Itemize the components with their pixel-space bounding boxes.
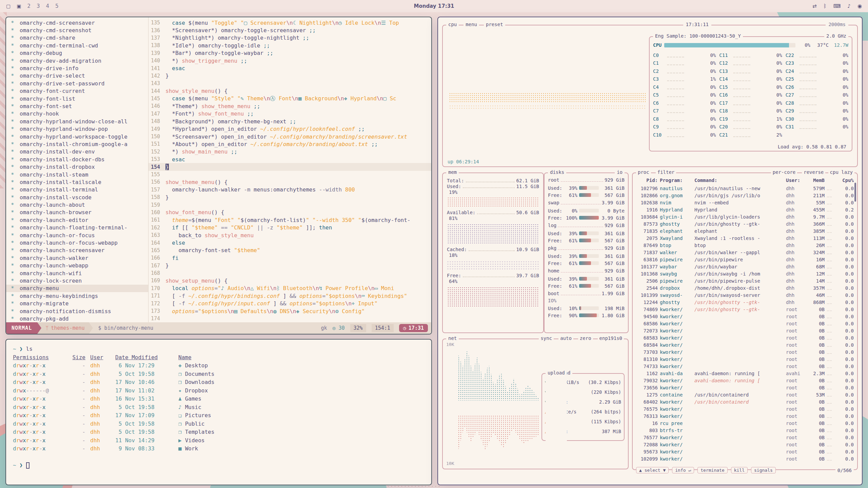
code-line[interactable]: 139 *Bar*) omarchy-toggle-waybar ;; — [149, 49, 431, 57]
code-line[interactable]: 156show_theme_menu() { — [149, 178, 431, 186]
process-row[interactable]: 101368swaybg/usr/bin/swaybg -i /homdhh12… — [636, 270, 854, 277]
process-row[interactable]: 81310kworker/root0B⣀⣀0.0 — [636, 355, 854, 363]
net-sync-button[interactable]: sync — [539, 336, 554, 341]
code-line[interactable]: 168 — [149, 269, 431, 277]
code-line[interactable]: 173 options="$options\n▤ Defaults\n◍ DNS… — [149, 307, 431, 315]
code-line[interactable]: 141 esac — [149, 64, 431, 72]
file-item[interactable]: *omarchy-font-current — [6, 87, 148, 95]
workspace-3[interactable]: 2 — [27, 3, 31, 9]
code-line[interactable]: 162 if [[ "$theme" == "CNCLD" || -z "$th… — [149, 224, 431, 231]
btop-tab-preset[interactable]: preset — [484, 22, 505, 27]
file-item[interactable]: *omarchy-install-steam — [6, 171, 148, 178]
proc-reverse-button[interactable]: reverse — [802, 169, 825, 175]
header-memb[interactable]: MemB — [807, 178, 825, 183]
file-item[interactable]: *omarchy-launch-walker — [6, 254, 148, 262]
file-item[interactable]: *omarchy-menu-keybindings — [6, 292, 148, 300]
process-row[interactable]: 72088kworker/root0B⣀⣀0.0 — [636, 441, 854, 448]
process-row[interactable]: 68583kworker/root0B⣀⣀0.0 — [636, 334, 854, 341]
process-row[interactable]: 73656kworker/root0B⣀⣀0.0 — [636, 384, 854, 391]
code-line[interactable]: 142} — [149, 72, 431, 80]
workspace-4[interactable]: 3 — [37, 3, 40, 9]
process-row[interactable]: 2544dropbox/home/dhh/.dropbox-distdhh357… — [636, 284, 854, 291]
process-row[interactable]: 1275containe/usr/bin/containerdroot53M⣀⣀… — [636, 391, 854, 398]
header-cpu[interactable]: Cpu% — [839, 178, 854, 183]
file-item[interactable]: *omarchy-install-chromium-google-a — [6, 140, 148, 148]
code-line[interactable]: 152 *) show_main_menu ;; — [149, 148, 431, 156]
file-item[interactable]: *omarchy-launch-or-focus — [6, 231, 148, 239]
proc-scrollbar-thumb[interactable] — [854, 183, 856, 202]
code-line[interactable]: 153 esac — [149, 156, 431, 163]
proc-button-terminate[interactable]: terminate — [697, 467, 727, 473]
file-item[interactable]: *omarchy-dev-add-migration — [6, 57, 148, 64]
file-item[interactable]: *omarchy-hyprland-workspace-toggle — [6, 133, 148, 140]
process-row[interactable]: 2075XwaylandXwayland :1 -rootless -dhh11… — [636, 235, 854, 242]
file-item[interactable]: *omarchy-hyprland-window-close-all — [6, 118, 148, 125]
file-item[interactable]: *omarchy-launch-wifi — [6, 269, 148, 277]
process-row[interactable]: 101399swayosd-/usr/bin/swayosd-serverdhh… — [636, 291, 854, 299]
file-item[interactable]: *omarchy-drive-select — [6, 72, 148, 80]
prompt-line[interactable]: ~ ❯ — [13, 461, 425, 470]
process-row[interactable]: 803btrfs-trroot0B⣀⣀0.0 — [636, 427, 854, 434]
code-line[interactable]: 150 *Screensaver*) open_in_editor ~/.con… — [149, 133, 431, 140]
code-line[interactable]: 138 *Idle*) omarchy-toggle-idle ;; — [149, 42, 431, 49]
file-item[interactable]: *omarchy-install-docker-dbs — [6, 156, 148, 163]
file-item[interactable]: *omarchy-launch-floating-terminal- — [6, 224, 148, 231]
memory-box-label[interactable]: mem — [446, 169, 459, 175]
code-line[interactable]: 146 *Theme*) show_theme_menu ;; — [149, 102, 431, 110]
header-user[interactable]: User: — [786, 178, 805, 183]
file-item[interactable]: *omarchy-install-tailscale — [6, 178, 148, 186]
file-item[interactable]: *omarchy-hyprland-window-pop — [6, 125, 148, 133]
proc-filter-button[interactable]: filter — [656, 169, 676, 175]
bluetooth-icon[interactable]: ᛒ — [824, 3, 827, 9]
process-row[interactable]: 1162avahi-daavahi-daemon: running [avahi… — [636, 370, 854, 377]
power-icon[interactable]: ◉ — [857, 3, 862, 9]
code-line[interactable]: 140 *) show_trigger_menu ;; — [149, 57, 431, 64]
file-item[interactable]: *omarchy-launch-or-focus-webapp — [6, 239, 148, 246]
process-row[interactable]: 76313kworker/root0B⣀⣀0.0 — [636, 412, 854, 420]
process-row[interactable]: 73703kworker/root0B⣀⣀0.0 — [636, 348, 854, 355]
process-row[interactable]: 68402kworker//usr/bin/containerdroot0B⣀⣀… — [636, 398, 854, 405]
io-mode-label[interactable]: io — [615, 169, 625, 175]
process-row[interactable]: 71835elephantelephantdhh385M⣀⣀0.0 — [636, 227, 854, 235]
file-item[interactable]: *omarchy-font-set — [6, 102, 148, 110]
code-line[interactable]: 147 *Font*) show_font_menu ;; — [149, 110, 431, 118]
net-auto-button[interactable]: auto — [558, 336, 573, 341]
workspace-6[interactable]: 5 — [55, 3, 59, 9]
code-line[interactable]: 172 [ -f ~/.config/hypr/input.conf ] && … — [149, 300, 431, 307]
file-item[interactable]: *omarchy-cmd-screensaver — [6, 19, 148, 26]
code-line[interactable]: 171 [ -f ~/.config/hypr/bindings.conf ] … — [149, 292, 431, 300]
process-row[interactable]: 74869kworker//usr/bin/ghostty --gtk-root… — [636, 306, 854, 313]
code-line[interactable]: 149 *Hyprland*) open_in_editor ~/.config… — [149, 125, 431, 133]
process-row[interactable]: 12244ghostty/usr/bin/ghostty --gtk-dhh86… — [636, 299, 854, 306]
code-line[interactable]: 164 else — [149, 239, 431, 246]
process-row[interactable]: 102796nautilus/usr/bin/nautilus --newdhh… — [636, 185, 854, 192]
code-line[interactable]: 169show_setup_menu() { — [149, 277, 431, 284]
header-program[interactable]: Program: — [660, 178, 692, 183]
proc-box-label[interactable]: proc — [636, 169, 651, 175]
code-line[interactable]: 159 — [149, 201, 431, 208]
process-row[interactable]: 2506pipewire/usr/bin/pipewire-pulsedhh14… — [636, 277, 854, 284]
process-row[interactable]: 63816pipewire/usr/bin/pipewiredhh16M⣀⣀0.… — [636, 256, 854, 263]
file-item[interactable]: *omarchy-launch-editor — [6, 216, 148, 224]
process-row[interactable]: 101377waybar/usr/bin/waybardhh68M⣀⣀0.0 — [636, 263, 854, 270]
file-item[interactable]: *omarchy-lock-screen — [6, 277, 148, 284]
file-item[interactable]: *omarchy-launch-browser — [6, 209, 148, 216]
file-item[interactable]: *omarchy-launch-screensaver — [6, 247, 148, 254]
code-line[interactable]: 143 — [149, 80, 431, 87]
file-item[interactable]: *omarchy-install-terminal — [6, 186, 148, 194]
file-item[interactable]: *omarchy-hook — [6, 110, 148, 118]
btop-tab-menu[interactable]: menu — [463, 22, 479, 27]
net-zero-button[interactable]: zero — [578, 336, 593, 341]
process-row[interactable]: 87649btopbtopdhh26M⣀⣀0.0 — [636, 242, 854, 249]
update-interval[interactable]: 2000ms — [826, 22, 848, 27]
net-box-label[interactable]: net — [446, 336, 459, 341]
code-line[interactable]: 161 theme=$(menu "Font" "$(omarchy-font-… — [149, 216, 431, 224]
file-item[interactable]: *omarchy-drive-info — [6, 64, 148, 72]
file-item[interactable]: *omarchy-cmd-screenshot — [6, 26, 148, 34]
process-row[interactable]: 79032kworker/avahi-daemon: running [root… — [636, 377, 854, 384]
net-interface[interactable]: enp191s0 — [598, 336, 624, 341]
code-line[interactable]: 135 case $(menu "Toggle" "▢ Screensaver\… — [149, 19, 431, 26]
process-row[interactable]: 71837walker/usr/bin/walker --gappldhh324… — [636, 249, 854, 256]
process-row[interactable]: 95673kworker/root0B⣀⣀0.0 — [636, 448, 854, 455]
workspace-5[interactable]: 4 — [46, 3, 50, 9]
